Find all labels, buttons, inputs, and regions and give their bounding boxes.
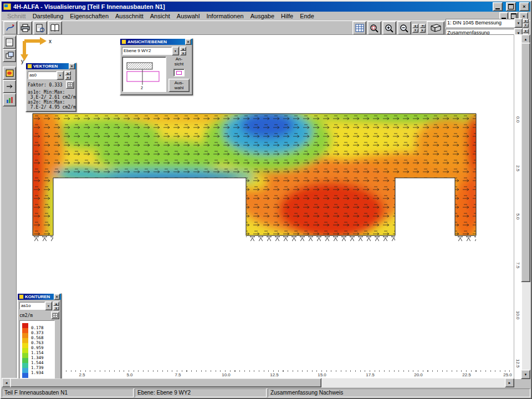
spin-up-button[interactable]: ▲ <box>523 29 529 33</box>
close-button[interactable]: × <box>519 2 529 11</box>
close-icon[interactable]: × <box>69 63 75 69</box>
sidebar-layers-button[interactable] <box>3 49 16 62</box>
chevron-down-icon[interactable]: ▼ <box>514 18 523 28</box>
legend-value: 0.568 <box>31 335 44 340</box>
x-axis-label: x <box>49 38 52 44</box>
unit-label: cm2/m <box>19 313 33 318</box>
spin-up-button[interactable]: ▲ <box>53 301 59 306</box>
as1-value: 3.E-2/ 2.61 cm2/m <box>28 95 74 100</box>
spin-right-button[interactable]: ► <box>420 28 426 33</box>
sidebar-contour-button[interactable] <box>3 66 16 80</box>
close-icon: × <box>523 4 525 9</box>
legend-value: 0.178 <box>31 325 44 330</box>
konturen-select-value[interactable]: as1o <box>19 302 45 310</box>
contour-plot[interactable] <box>32 113 478 243</box>
menu-hilfe[interactable]: Hilfe <box>278 12 296 20</box>
table-view-button[interactable] <box>352 21 366 35</box>
ansicht-titlebar[interactable]: ANSICHT/EBENEN × <box>120 39 192 45</box>
menu-eigenschaften[interactable]: Eigenschaften <box>66 12 112 20</box>
vertical-scrollbar[interactable]: ▲ ▼ <box>522 34 530 379</box>
spin-down-button[interactable]: ▼ <box>180 51 186 55</box>
bemessung-combo-value[interactable]: 1: DIN 1045 Bemessung <box>446 19 514 27</box>
status-part: Teil F Innenausbauten N1 <box>2 388 134 397</box>
legend-swatch <box>22 328 28 333</box>
close-icon[interactable]: × <box>185 39 191 45</box>
spin-up-button[interactable]: ▲ <box>180 47 186 51</box>
sidebar-chart-button[interactable] <box>3 93 16 106</box>
spin-up-button[interactable]: ▲ <box>65 71 71 75</box>
ebene-select[interactable]: Ebene 9 WY2 ▼ <box>122 47 179 55</box>
vektoren-select[interactable]: as0 ▼ <box>28 71 64 80</box>
spin-up-button[interactable]: ▲ <box>523 19 529 23</box>
auswahl-button[interactable]: Aus- wahl <box>168 79 190 92</box>
konturen-select[interactable]: as1o ▼ <box>19 301 52 310</box>
legend-swatch <box>22 353 28 358</box>
chevron-down-icon[interactable]: ▼ <box>57 71 64 80</box>
app-icon <box>3 3 11 10</box>
spin-up-button[interactable]: ▲ <box>412 24 418 28</box>
chevron-down-icon[interactable]: ▼ <box>45 301 52 310</box>
preview-level-number: 2 <box>141 86 143 90</box>
vektoren-table-button[interactable] <box>66 81 74 89</box>
ansicht-palette: ANSICHT/EBENEN × Ebene 9 WY2 ▼ ▲ ▼ <box>120 38 193 95</box>
spin-down-button[interactable]: ▼ <box>412 28 418 33</box>
vertical-scroll-thumb[interactable] <box>521 43 530 282</box>
spin-down-button[interactable]: ▼ <box>65 75 71 80</box>
menu-schnitt[interactable]: Schnitt <box>4 12 29 20</box>
draw-tool-button[interactable] <box>3 21 17 35</box>
legend-swatch <box>22 333 28 338</box>
maximize-icon <box>508 4 514 9</box>
report-button[interactable] <box>48 21 62 35</box>
vector-icon <box>6 83 14 90</box>
spin-down-button[interactable]: ▼ <box>523 23 529 28</box>
menu-ende[interactable]: Ende <box>296 12 318 20</box>
scroll-down-button[interactable]: ▼ <box>521 370 530 379</box>
zoom-in-button[interactable] <box>382 21 396 35</box>
ebene-select-value[interactable]: Ebene 9 WY2 <box>122 47 172 55</box>
view-mode-box[interactable] <box>173 69 185 76</box>
menu-ausgabe[interactable]: Ausgabe <box>247 12 278 20</box>
zoom-window-button[interactable] <box>367 21 381 35</box>
ruler-label: 10.0 <box>515 311 520 320</box>
menu-ausschnitt[interactable]: Ausschnitt <box>112 12 147 20</box>
spin-down-button[interactable]: ▼ <box>53 306 59 310</box>
title-bar[interactable]: 4H-ALFA - Visualisierung [Teil F Innenau… <box>2 2 530 12</box>
konturen-table-button[interactable] <box>51 311 59 319</box>
maximize-button[interactable] <box>506 2 516 11</box>
close-icon[interactable]: × <box>54 294 60 300</box>
legend-swatch <box>22 338 28 343</box>
bemessung-spinner: ▲ ▼ <box>523 19 529 28</box>
drawing-canvas[interactable]: x y <box>16 34 514 379</box>
legend-value: 0.959 <box>31 345 44 350</box>
konturen-titlebar[interactable]: KONTUREN × <box>18 294 61 300</box>
sidebar-vector-button[interactable] <box>3 80 16 93</box>
ruler-label: 5.0 <box>515 213 520 219</box>
menu-darstellung[interactable]: Darstellung <box>29 12 67 20</box>
preview-button[interactable] <box>33 21 47 35</box>
ruler-label: 17.5 <box>366 372 375 377</box>
ruler-label: 15.0 <box>318 372 326 377</box>
vektoren-titlebar[interactable]: VEKTOREN × <box>26 63 76 69</box>
zoom-out-button[interactable] <box>397 21 411 35</box>
print-button[interactable] <box>18 21 32 35</box>
scroll-right-button[interactable]: ► <box>505 378 514 387</box>
sidebar-new-view-button[interactable] <box>3 35 16 49</box>
horizontal-scrollbar[interactable]: ◄ ► <box>2 379 514 387</box>
menu-informationen[interactable]: Informationen <box>203 12 247 20</box>
legend-value: 1.154 <box>31 350 44 355</box>
spin-left-button[interactable]: ◄ <box>420 24 426 28</box>
minimize-button[interactable] <box>493 2 503 11</box>
chevron-down-icon[interactable]: ▼ <box>172 47 179 55</box>
ruler-label: 12.5 <box>515 359 520 368</box>
chart-icon <box>6 96 14 104</box>
view-3d-button[interactable] <box>427 21 444 35</box>
bemessung-combo[interactable]: 1: DIN 1045 Bemessung ▼ ▲ ▼ <box>446 18 529 28</box>
ruler-label: 5.0 <box>126 372 132 377</box>
vektoren-select-value[interactable]: as0 <box>28 71 57 79</box>
menu-ansicht[interactable]: Ansicht <box>147 12 173 20</box>
ruler-label: 2.5 <box>515 165 520 171</box>
as2-label: as2o: Min:Max: <box>28 100 74 105</box>
ruler-label: 25.0 <box>503 372 512 377</box>
menu-auswahl[interactable]: Auswahl <box>173 12 203 20</box>
horizontal-scroll-thumb[interactable] <box>10 378 321 387</box>
